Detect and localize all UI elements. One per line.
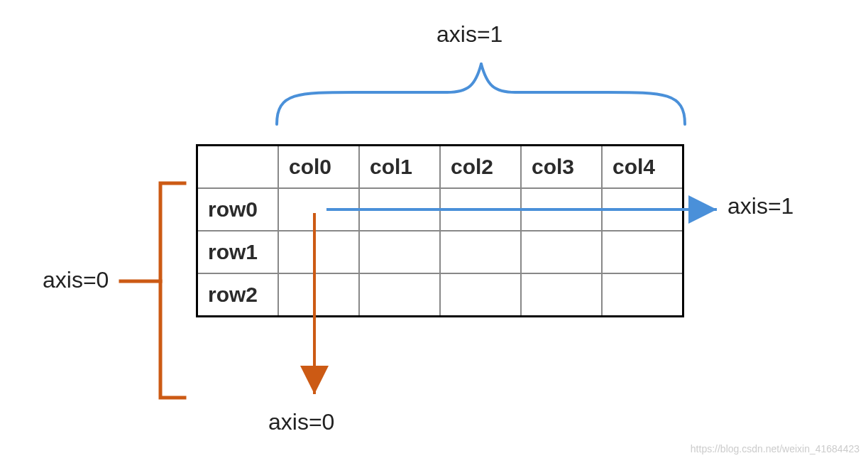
cell xyxy=(359,273,440,317)
cell xyxy=(359,188,440,231)
cell xyxy=(359,231,440,273)
table-row: row2 xyxy=(197,273,683,317)
table-row: row1 xyxy=(197,231,683,273)
label-axis1-top: axis=1 xyxy=(436,21,502,48)
bracket-axis0-icon xyxy=(121,183,185,398)
label-axis0-bottom: axis=0 xyxy=(268,409,334,435)
col-header: col4 xyxy=(602,146,683,189)
cell xyxy=(521,231,602,273)
col-header: col1 xyxy=(359,146,440,189)
cell xyxy=(278,273,359,317)
cell xyxy=(440,231,521,273)
table-row: col0 col1 col2 col3 col4 xyxy=(197,146,683,189)
cell xyxy=(521,273,602,317)
watermark: https://blog.csdn.net/weixin_41684423 xyxy=(691,443,859,454)
label-axis1-right: axis=1 xyxy=(727,193,793,219)
brace-axis1-icon xyxy=(277,64,685,124)
cell xyxy=(278,188,359,231)
table-row: row0 xyxy=(197,188,683,231)
corner-cell xyxy=(197,146,279,189)
diagram-canvas: axis=1 axis=1 axis=0 axis=0 col0 col1 co… xyxy=(0,0,868,463)
cell xyxy=(602,273,683,317)
cell xyxy=(278,231,359,273)
col-header: col0 xyxy=(278,146,359,189)
cell xyxy=(602,188,683,231)
label-axis0-left: axis=0 xyxy=(43,267,109,293)
col-header: col3 xyxy=(521,146,602,189)
row-header: row2 xyxy=(197,273,279,317)
row-header: row0 xyxy=(197,188,279,231)
cell xyxy=(521,188,602,231)
col-header: col2 xyxy=(440,146,521,189)
row-header: row1 xyxy=(197,231,279,273)
cell xyxy=(440,188,521,231)
dataframe-grid: col0 col1 col2 col3 col4 row0 row1 row2 xyxy=(196,144,684,317)
cell xyxy=(602,231,683,273)
cell xyxy=(440,273,521,317)
